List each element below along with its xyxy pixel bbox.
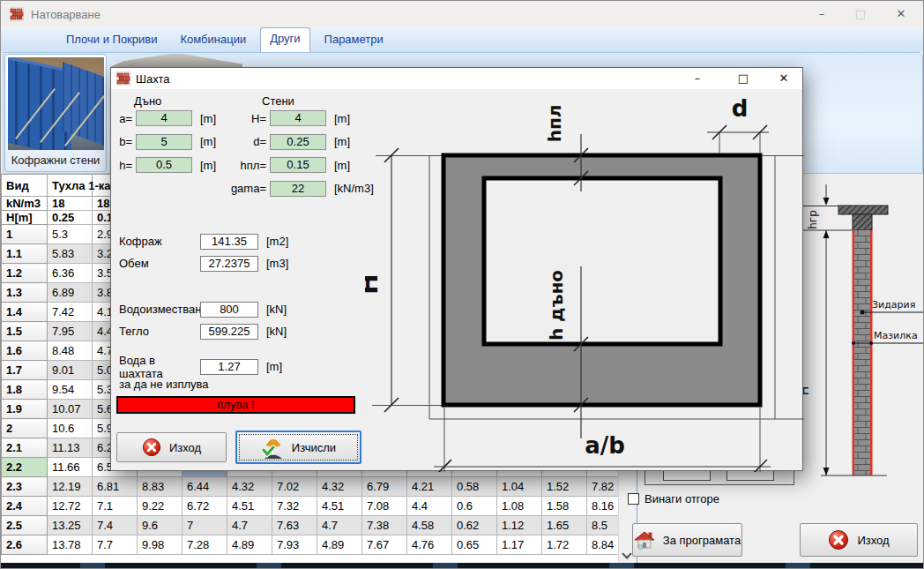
cell[interactable]: 1.65 [542, 516, 587, 535]
cell[interactable]: 4.32 [227, 477, 272, 497]
cell[interactable]: 9.98 [138, 535, 183, 555]
cell[interactable]: 0.65 [452, 535, 497, 555]
cell[interactable]: 7.1 [93, 497, 138, 516]
cell[interactable]: 0.62 [452, 516, 497, 535]
cell[interactable]: 6.81 [93, 477, 138, 497]
cell[interactable]: 4.58 [407, 516, 452, 535]
cell[interactable]: 4.76 [407, 535, 452, 555]
cell[interactable]: 13.78 [48, 535, 93, 555]
cell[interactable]: 4.89 [227, 535, 272, 555]
row-id[interactable]: 2 [2, 419, 48, 438]
green-input[interactable]: 4 [136, 110, 192, 126]
close-icon[interactable]: ✕ [886, 4, 916, 24]
row-id[interactable]: 1.2 [2, 264, 48, 283]
gallery-item-formwork-walls[interactable]: Кофражни стени [4, 54, 107, 172]
cell[interactable]: 7.08 [362, 497, 407, 516]
tab[interactable]: Други [260, 27, 309, 52]
cell[interactable]: 7 [183, 516, 227, 535]
checkbox-unchecked-icon[interactable] [628, 493, 639, 505]
cell[interactable]: 1.08 [497, 497, 542, 516]
cell[interactable]: 4.7 [317, 516, 362, 535]
dialog-exit-button[interactable]: Изход [116, 432, 227, 462]
cell[interactable]: 7.93 [272, 535, 317, 555]
cell[interactable]: 4.51 [227, 497, 272, 516]
main-exit-button[interactable]: Изход [800, 523, 918, 557]
cell[interactable]: 9.54 [48, 380, 93, 400]
row-id[interactable]: 1.1 [2, 244, 48, 264]
weight-value[interactable]: 800 [200, 302, 258, 318]
cell[interactable]: 1.52 [542, 477, 587, 497]
cell[interactable]: 6.79 [362, 477, 407, 497]
maximize-icon[interactable]: □ [846, 4, 876, 24]
green-input[interactable]: 5 [136, 134, 192, 150]
cell[interactable]: 4.32 [317, 477, 362, 497]
green-input[interactable]: 0.25 [270, 134, 326, 150]
cell[interactable]: 1.12 [497, 516, 542, 535]
cell[interactable]: 0.6 [452, 497, 497, 516]
cell[interactable]: 4.7 [227, 516, 272, 535]
row-id[interactable]: 2.1 [2, 438, 48, 458]
col-header-vid[interactable]: Вид [2, 175, 48, 197]
row-id[interactable]: 1.5 [2, 322, 48, 341]
cell[interactable]: 6.44 [183, 477, 227, 497]
cell[interactable]: 6.36 [48, 264, 93, 283]
cell[interactable]: 13.25 [48, 516, 93, 535]
cell[interactable]: 6.72 [183, 497, 227, 516]
row-id[interactable]: 2.2 [2, 458, 48, 477]
about-button[interactable]: За програмата [632, 523, 742, 557]
cell[interactable]: 7.02 [272, 477, 317, 497]
cell[interactable]: 4.89 [317, 535, 362, 555]
cell[interactable]: 4.21 [407, 477, 452, 497]
cell[interactable]: 7.95 [48, 322, 93, 341]
cell[interactable]: 7.4 [93, 516, 138, 535]
row-id[interactable]: 1.9 [2, 400, 48, 419]
always-on-top-option[interactable]: Винаги отгоре [628, 492, 719, 505]
cell[interactable]: 1.72 [542, 535, 587, 555]
cell[interactable]: 7.7 [93, 535, 138, 555]
cell[interactable]: 10.07 [48, 400, 93, 419]
cell[interactable]: 5.3 [48, 225, 93, 244]
row-id[interactable]: 2.6 [2, 535, 48, 555]
cell[interactable]: 11.66 [48, 458, 93, 477]
cell[interactable]: 5.83 [48, 244, 93, 264]
row-id[interactable]: 2.3 [2, 477, 48, 497]
cell[interactable]: 10.6 [48, 419, 93, 438]
weight-value[interactable]: 599.225 [200, 324, 258, 340]
row-label[interactable]: H[m] [2, 211, 48, 225]
green-input[interactable]: 4 [270, 110, 326, 126]
dialog-maximize-icon[interactable]: □ [730, 70, 756, 87]
dialog-close-icon[interactable]: ✕ [771, 70, 797, 87]
cell[interactable]: 7.63 [272, 516, 317, 535]
row-label[interactable]: kN/m3 [2, 197, 48, 211]
cell[interactable]: 7.28 [183, 535, 227, 555]
minimize-icon[interactable]: – [807, 4, 837, 24]
row-id[interactable]: 1 [2, 225, 48, 244]
cell[interactable]: 8.48 [48, 341, 93, 361]
cell[interactable]: 1.04 [497, 477, 542, 497]
cell[interactable]: 9.6 [138, 516, 183, 535]
row-id[interactable]: 2.4 [2, 497, 48, 516]
cell[interactable]: 9.01 [48, 361, 93, 380]
result-value[interactable]: 141.35 [200, 234, 258, 250]
tab[interactable]: Плочи и Покриви [57, 29, 166, 52]
cell[interactable]: 12.19 [48, 477, 93, 497]
row-id[interactable]: 1.8 [2, 380, 48, 400]
cell[interactable]: 7.42 [48, 303, 93, 322]
dialog-minimize-icon[interactable]: – [684, 70, 711, 87]
row-id[interactable]: 1.3 [2, 283, 48, 303]
cell[interactable]: 6.89 [48, 283, 93, 303]
calculate-button[interactable]: Изчисли [235, 430, 361, 464]
row-id[interactable]: 1.6 [2, 341, 48, 361]
cell[interactable]: 7.38 [362, 516, 407, 535]
cell[interactable]: 12.72 [48, 497, 93, 516]
col-header-brick[interactable]: Тухла 1-ка [48, 175, 93, 197]
cell[interactable]: 0.58 [452, 477, 497, 497]
green-input[interactable]: 0.15 [270, 157, 326, 173]
cell[interactable]: 8.83 [138, 477, 183, 497]
row-id[interactable]: 1.4 [2, 303, 48, 322]
green-input[interactable]: 22 [270, 181, 326, 197]
cell[interactable]: 4.4 [407, 497, 452, 516]
cell[interactable]: 1.17 [497, 535, 542, 555]
green-input[interactable]: 0.5 [136, 157, 192, 173]
result-value[interactable]: 27.2375 [200, 256, 258, 272]
